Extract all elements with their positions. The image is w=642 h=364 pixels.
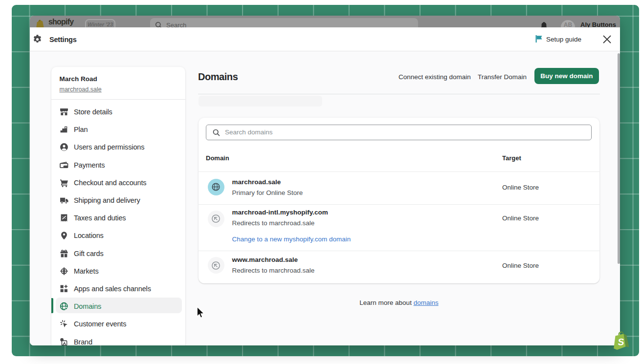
svg-text:S: S: [618, 337, 624, 347]
